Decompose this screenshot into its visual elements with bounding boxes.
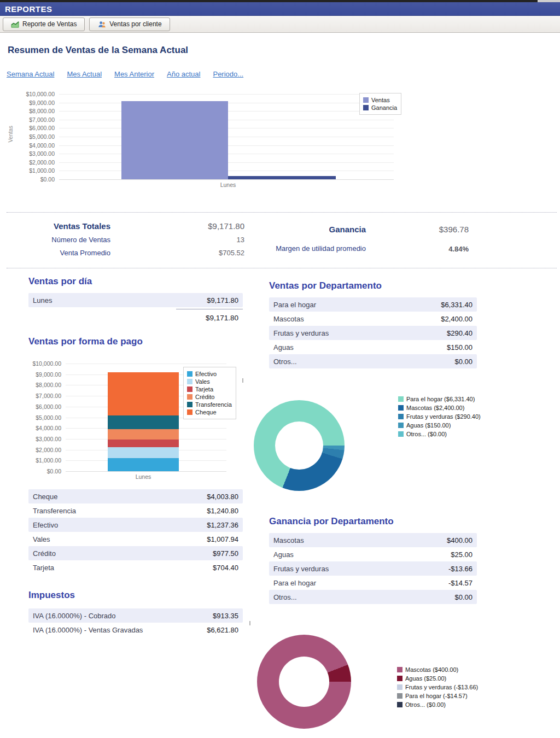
row-label: IVA (16.0000%) - Ventas Gravadas bbox=[33, 626, 143, 634]
y-tick-label: $3,000.00 bbox=[7, 150, 55, 157]
y-tick-label: $7,000.00 bbox=[28, 393, 61, 399]
row-value: $6,621.80 bbox=[207, 626, 238, 634]
period-link[interactable]: Mes Actual bbox=[67, 70, 102, 78]
row-value: $1,240.80 bbox=[207, 507, 238, 515]
period-link[interactable]: Mes Anterior bbox=[114, 70, 154, 78]
left-column: Ventas por día Lunes$9,171.80 $9,171.80 … bbox=[28, 276, 243, 735]
app-title: REPORTES bbox=[0, 4, 52, 14]
period-link[interactable]: Periodo... bbox=[213, 70, 243, 78]
legend-label: Aguas ($25.00) bbox=[405, 675, 446, 682]
x-axis-label: Lunes bbox=[110, 473, 176, 480]
legend-swatch bbox=[397, 667, 402, 672]
y-tick-label: $8,000.00 bbox=[7, 108, 55, 114]
legend-swatch bbox=[397, 693, 402, 699]
summary-right: Ganancia $396.78 Margen de utilidad prom… bbox=[262, 221, 469, 257]
chart-legend: EfectivoValesTarjetaCréditoTransferencia… bbox=[183, 367, 236, 419]
table-row: Cheque$4,003.80 bbox=[28, 489, 243, 503]
table-row: Para el hogar-$14.57 bbox=[269, 576, 477, 590]
legend-swatch bbox=[187, 386, 192, 392]
page-title: Resumen de Ventas de la Semana Actual bbox=[8, 45, 560, 56]
row-value: $0.00 bbox=[454, 358, 472, 366]
sales-by-client-button-label: Ventas por cliente bbox=[109, 20, 161, 28]
legend-swatch bbox=[398, 431, 404, 437]
report-page: Resumen de Ventas de la Semana Actual Se… bbox=[0, 45, 560, 735]
y-tick-label: $6,000.00 bbox=[28, 403, 61, 410]
row-label: IVA (16.0000%) - Cobrado bbox=[33, 612, 116, 620]
legend-label: Cheque bbox=[195, 409, 217, 415]
row-value: $913.35 bbox=[213, 612, 238, 620]
crédito-bar-segment bbox=[108, 429, 179, 440]
table-row: Transferencia$1,240.80 bbox=[28, 503, 243, 518]
table-row: Aguas$150.00 bbox=[269, 340, 477, 354]
legend-label: Crédito bbox=[195, 394, 214, 400]
period-link[interactable]: Año actual bbox=[167, 70, 200, 78]
row-label: Lunes bbox=[33, 296, 52, 304]
profit-label: Ganancia bbox=[262, 225, 366, 234]
table-row: Frutas y verduras-$13.66 bbox=[269, 561, 477, 576]
separator bbox=[7, 268, 557, 268]
margin-value: 4.84% bbox=[366, 245, 469, 253]
row-value: $6,331.40 bbox=[441, 301, 472, 309]
row-label: Transferencia bbox=[33, 507, 76, 515]
y-tick-label: $4,000.00 bbox=[7, 142, 55, 149]
legend-swatch bbox=[363, 105, 369, 110]
legend-item: Ventas bbox=[363, 97, 397, 103]
legend-label: Frutas y verduras ($290.40) bbox=[406, 413, 481, 420]
report-sales-button[interactable]: Reporte de Ventas bbox=[3, 17, 85, 31]
table-row: IVA (16.0000%) - Cobrado$913.35 bbox=[28, 608, 243, 623]
row-value: $1,007.94 bbox=[207, 535, 238, 543]
legend-label: Tarjeta bbox=[195, 386, 213, 393]
y-tick-label: $7,000.00 bbox=[7, 116, 55, 123]
legend-swatch bbox=[398, 414, 404, 419]
sales-count-label: Número de Ventas bbox=[28, 236, 110, 244]
profit-value: $396.78 bbox=[366, 225, 469, 234]
sales-by-payment-chart: $0.00$1,000.00$2,000.00$3,000.00$4,000.0… bbox=[28, 356, 243, 484]
y-tick-label: $6,000.00 bbox=[7, 125, 55, 131]
legend-item: Cheque bbox=[187, 409, 232, 415]
gridline bbox=[59, 179, 394, 180]
row-label: Mascotas bbox=[273, 536, 304, 544]
row-value: $1,237.36 bbox=[207, 521, 238, 529]
legend-swatch bbox=[187, 402, 192, 407]
transferencia-bar-segment bbox=[108, 415, 179, 429]
legend-label: Para el hogar (-$14.57) bbox=[405, 693, 468, 699]
table-row: Vales$1,007.94 bbox=[28, 532, 243, 546]
table-row: Mascotas$2,400.00 bbox=[269, 312, 477, 326]
legend-label: Para el hogar ($6,331.40) bbox=[406, 396, 475, 402]
legend-item: Aguas ($25.00) bbox=[397, 675, 478, 682]
legend-item: Otros... ($0.00) bbox=[398, 431, 481, 437]
screenshot-cursor-artifact bbox=[249, 621, 250, 625]
profit-by-department-table: Mascotas$400.00Aguas$25.00Frutas y verdu… bbox=[269, 533, 477, 604]
summary-panel: Ventas Totales $9,171.80 Número de Venta… bbox=[7, 213, 560, 267]
legend-label: Aguas ($150.00) bbox=[406, 422, 451, 429]
row-label: Aguas bbox=[273, 550, 294, 559]
y-tick-label: $3,000.00 bbox=[28, 436, 61, 442]
row-label: Para el hogar bbox=[273, 301, 316, 309]
sales-by-payment-heading: Ventas por forma de pago bbox=[28, 336, 243, 347]
y-axis-title: Ventas bbox=[8, 126, 14, 143]
table-row: Otros...$0.00 bbox=[269, 354, 477, 368]
report-sales-button-label: Reporte de Ventas bbox=[22, 20, 77, 28]
y-tick-label: $0.00 bbox=[7, 176, 55, 183]
row-value: -$13.66 bbox=[448, 565, 472, 573]
sales-count-value: 13 bbox=[110, 236, 244, 244]
x-axis-label: Lunes bbox=[195, 181, 261, 188]
sales-by-client-button[interactable]: Ventas por cliente bbox=[89, 17, 170, 31]
legend-swatch bbox=[398, 396, 404, 402]
legend-swatch bbox=[398, 405, 404, 411]
row-value: $400.00 bbox=[447, 536, 472, 544]
legend-swatch bbox=[187, 371, 192, 377]
profit-by-department-heading: Ganancia por Departamento bbox=[269, 516, 477, 527]
row-value: $4,003.80 bbox=[207, 493, 238, 501]
efectivo-bar-segment bbox=[108, 458, 179, 471]
legend-label: Vales bbox=[195, 378, 210, 385]
legend-label: Frutas y verduras (-$13.66) bbox=[405, 684, 478, 690]
legend-item: Mascotas ($2,400.00) bbox=[398, 405, 481, 411]
y-tick-label: $10,000.00 bbox=[7, 91, 55, 97]
row-label: Otros... bbox=[273, 593, 297, 601]
legend-swatch bbox=[397, 676, 402, 681]
legend-item: Transferencia bbox=[187, 401, 232, 408]
period-link[interactable]: Semana Actual bbox=[7, 70, 54, 78]
summary-left: Ventas Totales $9,171.80 Número de Venta… bbox=[28, 221, 244, 257]
gridline bbox=[59, 94, 394, 95]
